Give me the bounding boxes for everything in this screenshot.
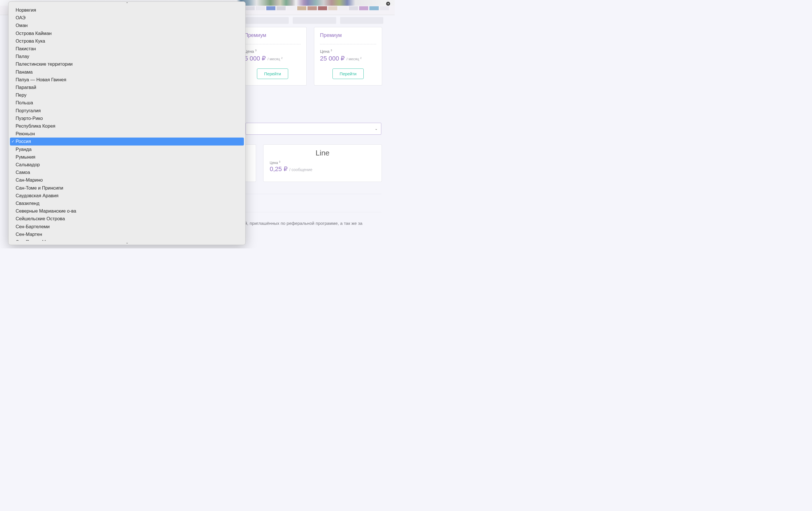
country-option[interactable]: Пуэрто-Рико — [10, 114, 244, 122]
country-option[interactable]: Панама — [10, 68, 244, 76]
channel-card-line: Line Цена 3 0,25 ₽ / сообщение — [263, 144, 382, 182]
card-title: Премиум — [244, 32, 301, 38]
country-option[interactable]: Россия — [10, 138, 244, 145]
country-option[interactable]: Палау — [10, 53, 244, 60]
price-value: 5 000 ₽ — [244, 55, 266, 62]
country-option[interactable]: Северные Марианские о-ва — [10, 207, 244, 215]
country-option[interactable]: Руанда — [10, 145, 244, 153]
channel-card-title: Line — [270, 149, 375, 157]
country-option[interactable]: Палестинские территории — [10, 60, 244, 68]
country-option[interactable]: Оман — [10, 22, 244, 29]
country-option[interactable]: Сен-Бартелеми — [10, 223, 244, 231]
price-unit: / сообщение — [289, 167, 312, 172]
country-dropdown-popup[interactable]: ⌃ НорвегияОАЭОманОстрова КайманОстрова К… — [8, 1, 245, 245]
pricing-cards-row: Премиум Цена 3 5 000 ₽ / месяц 2 Перейти… — [238, 27, 382, 85]
price-row: 25 000 ₽ / месяц 2 — [320, 55, 376, 62]
price-value: 0,25 ₽ — [270, 165, 288, 173]
country-option[interactable]: Острова Кайман — [10, 30, 244, 37]
country-option[interactable]: Свазиленд — [10, 199, 244, 207]
country-option[interactable]: Пакистан — [10, 45, 244, 53]
country-option[interactable]: Перу — [10, 91, 244, 99]
channel-card-partial — [245, 144, 256, 182]
country-option[interactable]: ОАЭ — [10, 14, 244, 22]
price-label: Цена 3 — [320, 49, 376, 54]
country-option[interactable]: Саудовская Аравия — [10, 192, 244, 199]
country-option[interactable]: Сальвадор — [10, 161, 244, 168]
region-select-2[interactable]: ⌄ — [245, 123, 381, 135]
country-option[interactable]: Острова Кука — [10, 37, 244, 45]
price-unit: / месяц 2 — [267, 57, 283, 61]
blurred-nav-area — [245, 17, 383, 26]
footnote-text: й, приглашённых по реферальной программе… — [245, 220, 378, 227]
country-option[interactable]: Папуа — Новая Гвинея — [10, 76, 244, 84]
pricing-card-premium-2: Премиум Цена 3 25 000 ₽ / месяц 2 Перейт… — [314, 27, 382, 85]
country-option[interactable]: Сан-Томе и Принсипи — [10, 184, 244, 192]
bookmark-favicons-row — [245, 6, 389, 10]
price-unit: / месяц 2 — [346, 57, 361, 61]
country-option[interactable]: Румыния — [10, 153, 244, 161]
country-option[interactable]: Республика Корея — [10, 122, 244, 130]
country-option[interactable]: Норвегия — [10, 6, 244, 14]
country-option[interactable]: Сан-Марино — [10, 176, 244, 184]
scroll-up-arrow-icon[interactable]: ⌃ — [8, 2, 245, 6]
country-option-list: НорвегияОАЭОманОстрова КайманОстрова Кук… — [8, 6, 245, 241]
scroll-down-arrow-icon[interactable]: ⌄ — [8, 241, 245, 245]
price-label: Цена 3 — [244, 49, 301, 54]
country-option[interactable]: Парагвай — [10, 84, 244, 91]
price-label: Цена 3 — [270, 160, 375, 165]
tab-overflow-icon[interactable]: ▾ — [386, 2, 390, 6]
divider — [245, 194, 381, 194]
country-option[interactable]: Сейшельские Острова — [10, 215, 244, 222]
country-option[interactable]: Реюньон — [10, 130, 244, 138]
country-option[interactable]: Самоа — [10, 168, 244, 176]
chevron-down-icon: ⌄ — [375, 127, 378, 131]
country-option[interactable]: Португалия — [10, 107, 244, 114]
card-title: Премиум — [320, 32, 376, 38]
country-option[interactable]: Сен-Мартен — [10, 231, 244, 238]
divider — [245, 212, 381, 212]
country-option[interactable]: Сен-Пьер и Микелон — [10, 238, 244, 241]
pricing-card-premium-1: Премиум Цена 3 5 000 ₽ / месяц 2 Перейти — [238, 27, 307, 85]
price-row: 5 000 ₽ / месяц 2 — [244, 55, 301, 62]
go-button[interactable]: Перейти — [257, 69, 288, 79]
country-option[interactable]: Польша — [10, 99, 244, 107]
go-button[interactable]: Перейти — [332, 69, 364, 79]
price-value: 25 000 ₽ — [320, 55, 345, 62]
